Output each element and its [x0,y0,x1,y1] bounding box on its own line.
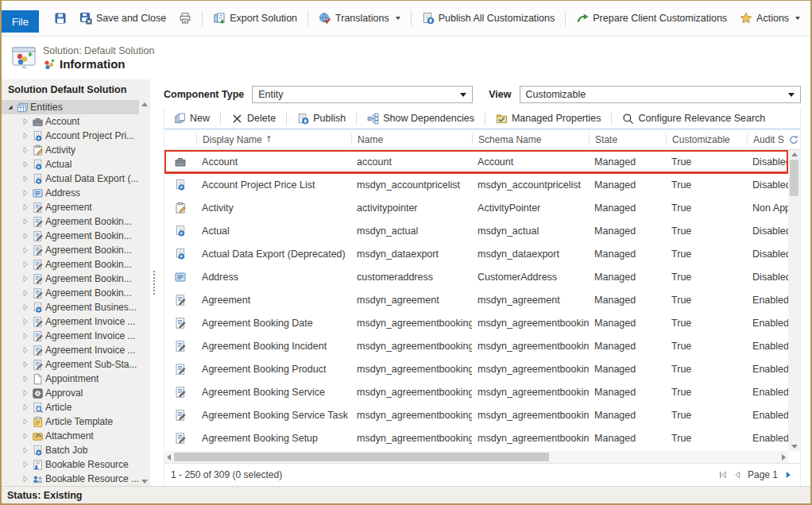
show-dependencies-button[interactable]: Show Dependencies [361,110,481,127]
publish-all-customizations-button[interactable]: Publish All Customizations [416,9,562,28]
tree-collapsed-icon[interactable] [21,131,32,141]
table-row[interactable]: Actual Data Export (Deprecated)msdyn_dat… [164,242,788,265]
file-tab[interactable]: File [2,10,39,33]
tree-item[interactable]: Actual Data Export (... [2,172,139,186]
tree-collapsed-icon[interactable] [21,202,32,212]
tree-collapsed-icon[interactable] [21,303,32,312]
tree-item[interactable]: Account Project Pri... [2,129,139,143]
tree-collapsed-icon[interactable] [21,260,32,269]
translations-button[interactable]: Translations [312,9,407,28]
tree-item[interactable]: Address [2,186,139,200]
tree-collapsed-icon[interactable] [21,188,32,198]
scroll-up-icon[interactable] [791,152,798,156]
save-button[interactable] [48,9,73,28]
prepare-client-customizations-button[interactable]: Prepare Client Customizations [570,9,733,28]
tree-collapsed-icon[interactable] [21,445,32,455]
column-header-schema[interactable]: Schema Name [472,133,589,145]
sidebar-splitter-handle[interactable] [150,79,157,486]
table-row[interactable]: Agreement Booking Service Taskmsdyn_agre… [164,403,788,426]
next-page-button[interactable] [783,469,794,480]
save-and-close-button[interactable]: Save and Close [73,9,172,28]
managed-properties-button[interactable]: Managed Properties [489,110,608,127]
table-row[interactable]: ActivityactivitypointerActivityPointerMa… [164,196,788,219]
tree-collapsed-icon[interactable] [21,460,32,469]
tree-item[interactable]: Bookable Resource ... [2,472,139,486]
tree-item[interactable]: Actual [2,157,139,172]
view-select[interactable]: Customizable [520,86,802,103]
tree-item[interactable]: Agreement [2,200,139,214]
scroll-right-icon[interactable] [782,454,786,461]
tree-item[interactable]: Agreement Bookin... [2,257,139,272]
export-solution-button[interactable]: Export Solution [207,9,304,28]
table-row[interactable]: Actualmsdyn_actualmsdyn_actualManagedTru… [164,219,788,242]
tree-item[interactable]: Activity [2,143,139,157]
tree-item[interactable]: Article [2,400,139,414]
table-row[interactable]: AddresscustomeraddressCustomerAddressMan… [164,265,788,288]
tree-collapsed-icon[interactable] [21,174,32,183]
print-button[interactable] [172,9,198,28]
tree-item[interactable]: Entities [2,100,139,114]
tree-collapsed-icon[interactable] [21,288,32,298]
tree-scroll-down-icon[interactable] [141,480,148,484]
tree-collapsed-icon[interactable] [21,231,32,241]
tree-item[interactable]: Approval [2,386,139,400]
actions-button[interactable]: Actions [733,9,806,28]
delete-button[interactable]: Delete [225,110,282,127]
tree-collapsed-icon[interactable] [21,403,32,412]
column-header-customizable[interactable]: Customizable [666,133,747,145]
first-page-button[interactable] [717,469,729,480]
new-button[interactable]: New [168,110,216,127]
component-type-select[interactable]: Entity [252,86,473,103]
tree-collapsed-icon[interactable] [21,217,32,226]
tree-scroll-up-icon[interactable] [141,102,148,106]
tree-collapsed-icon[interactable] [21,145,32,155]
table-row[interactable]: Agreement Booking Incidentmsdyn_agreemen… [164,334,788,357]
tree-item[interactable]: Agreement Invoice ... [2,343,139,357]
tree-item[interactable]: Account [2,114,139,129]
tree-item[interactable]: Agreement Bookin... [2,272,139,286]
tree-item[interactable]: Batch Job [2,443,139,457]
tree-scrollbar[interactable] [139,100,150,486]
tree-collapsed-icon[interactable] [21,117,32,126]
refresh-button[interactable] [787,134,800,145]
help-button[interactable]: ?Help [806,9,810,28]
horizontal-scrollbar-thumb[interactable] [174,453,549,461]
tree-collapsed-icon[interactable] [21,360,32,369]
tree-collapsed-icon[interactable] [21,388,32,398]
tree-item[interactable]: Appointment [2,372,139,386]
tree-collapsed-icon[interactable] [21,431,32,441]
column-header-state[interactable]: State [589,133,666,145]
tree-expanded-icon[interactable] [6,102,17,112]
tree-collapsed-icon[interactable] [21,245,32,255]
table-row-highlighted[interactable]: AccountaccountAccountManagedTrueDisabled [164,150,788,173]
table-row[interactable]: Agreement Booking Setupmsdyn_agreementbo… [164,426,788,449]
horizontal-scrollbar-track[interactable] [174,453,779,461]
previous-page-button[interactable] [732,469,743,480]
tree-item[interactable]: Agreement Bookin... [2,286,139,300]
tree-collapsed-icon[interactable] [21,417,32,426]
tree-collapsed-icon[interactable] [21,160,32,169]
scroll-left-icon[interactable] [167,454,171,461]
tree-item[interactable]: Agreement Invoice ... [2,314,139,329]
tree-collapsed-icon[interactable] [21,331,32,341]
publish-button[interactable]: Publish [291,110,352,127]
column-header-display[interactable]: Display Name↑ [196,133,351,145]
tree-collapsed-icon[interactable] [21,345,32,355]
horizontal-scrollbar[interactable] [164,451,788,463]
table-row[interactable]: Agreement Booking Servicemsdyn_agreement… [164,380,788,403]
tree-collapsed-icon[interactable] [21,474,32,484]
tree-collapsed-icon[interactable] [21,317,32,326]
table-row[interactable]: Agreement Booking Datemsdyn_agreementboo… [164,311,788,334]
tree-item[interactable]: Agreement Sub-Sta... [2,357,139,372]
tree-item[interactable]: Article Template [2,414,139,429]
tree-collapsed-icon[interactable] [21,374,32,384]
tree-item[interactable]: Agreement Invoice ... [2,329,139,343]
table-row[interactable]: Agreement Booking Productmsdyn_agreement… [164,357,788,380]
column-header-name[interactable]: Name [351,133,472,145]
tree-item[interactable]: Agreement Bookin... [2,229,139,243]
tree-item[interactable]: Agreement Busines... [2,300,139,314]
scroll-down-icon[interactable] [791,445,798,449]
configure-relevance-search-button[interactable]: Configure Relevance Search [616,110,771,127]
tree-item[interactable]: Bookable Resource [2,457,139,472]
column-header-audit[interactable]: Audit S [747,133,787,145]
